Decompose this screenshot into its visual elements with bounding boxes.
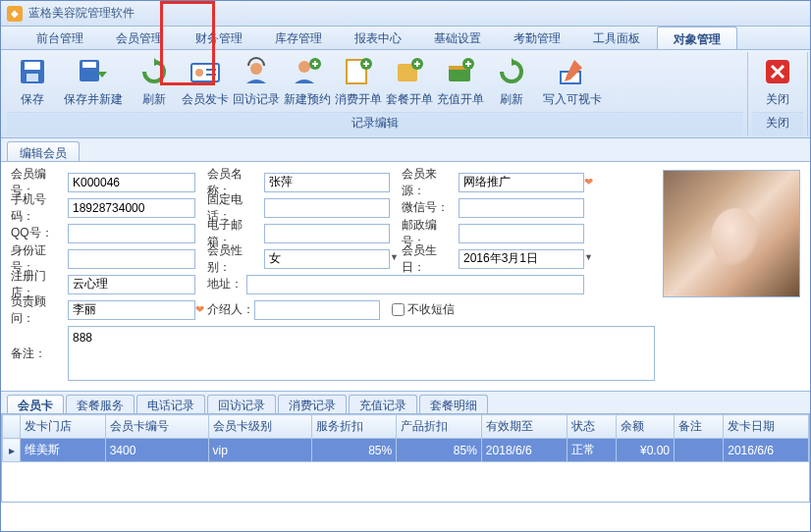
consume-order-button[interactable]: 消费开单 [333, 54, 384, 110]
col-store[interactable]: 发卡门店 [21, 415, 106, 439]
cell-store: 维美斯 [21, 439, 106, 462]
cell-svc-disc: 85% [311, 439, 397, 462]
issue-card-button[interactable]: 会员发卡 [180, 54, 231, 110]
chevron-down-icon: ▼ [390, 252, 399, 262]
tab-consume-log[interactable]: 消费记录 [278, 395, 347, 413]
col-card-no[interactable]: 会员卡编号 [105, 415, 208, 439]
refresh-button[interactable]: 刷新 [129, 54, 180, 110]
label-remark: 备注： [11, 326, 68, 362]
disk-arrow-icon [78, 56, 109, 87]
reg-store-field[interactable] [68, 275, 195, 294]
address-field[interactable] [246, 275, 584, 294]
grid-wrap: 发卡门店 会员卡编号 会员卡级别 服务折扣 产品折扣 有效期至 状态 余额 备注… [1, 414, 810, 503]
cell-issue-date: 2016/6/6 [724, 439, 809, 462]
menu-members[interactable]: 会员管理 [100, 27, 180, 49]
tab-visit-log[interactable]: 回访记录 [207, 395, 276, 413]
member-name-field[interactable] [264, 173, 390, 192]
col-balance[interactable]: 余额 [616, 415, 674, 439]
email-field[interactable] [264, 224, 390, 243]
headset-icon [241, 56, 272, 87]
visit-log-button[interactable]: 回访记录 [231, 54, 282, 110]
row-indicator: ▸ [3, 439, 21, 462]
idcard-field[interactable] [68, 249, 195, 269]
label-qq: QQ号： [11, 225, 68, 241]
menu-settings[interactable]: 基础设置 [418, 27, 498, 49]
form-area: 会员编号： 会员名称： 会员来源： ❤ 手机号码： 固定电话： 微信号： QQ号… [1, 162, 810, 385]
label-wechat: 微信号： [402, 199, 459, 216]
menu-inventory[interactable]: 库存管理 [259, 27, 339, 49]
app-title: 蓝格美容院管理软件 [28, 5, 135, 22]
wechat-field[interactable] [459, 198, 584, 218]
menu-attendance[interactable]: 考勤管理 [498, 27, 577, 49]
member-no-field[interactable] [68, 173, 195, 192]
label-gender: 会员性别： [207, 242, 264, 276]
package-order-button[interactable]: 套餐开单 [384, 54, 435, 110]
no-sms-checkbox[interactable]: 不收短信 [392, 301, 455, 318]
col-issue-date[interactable]: 发卡日期 [724, 415, 809, 439]
mobile-field[interactable] [68, 198, 195, 218]
close-button[interactable]: 关闭 [752, 54, 803, 110]
person-plus-icon [292, 56, 323, 87]
source-field[interactable] [459, 173, 584, 192]
cell-level: vip [208, 439, 311, 462]
label-address: 地址： [207, 276, 246, 293]
cell-card-no: 3400 [105, 439, 208, 462]
menu-reports[interactable]: 报表中心 [339, 27, 418, 49]
tab-member-card[interactable]: 会员卡 [7, 395, 64, 413]
close-icon [762, 56, 793, 87]
cell-status: 正常 [567, 439, 616, 462]
phone-field[interactable] [264, 198, 390, 218]
write-card-button[interactable]: 写入可视卡 [537, 54, 608, 110]
ribbon-group-caption: 记录编辑 [7, 112, 743, 135]
svg-point-9 [250, 63, 262, 75]
referrer-field[interactable] [254, 300, 380, 320]
tab-package-service[interactable]: 套餐服务 [66, 395, 135, 413]
recharge-order-button[interactable]: 充值开单 [435, 54, 486, 110]
subtab-edit-member[interactable]: 编辑会员 [7, 141, 80, 161]
table-row[interactable]: ▸ 维美斯 3400 vip 85% 85% 2018/6/6 正常 ¥0.00… [3, 439, 809, 462]
cell-remark [675, 439, 724, 462]
post-field[interactable] [459, 224, 584, 243]
chevron-down-icon: ▼ [584, 252, 593, 262]
col-status[interactable]: 状态 [567, 415, 616, 439]
qq-field[interactable] [68, 224, 195, 243]
birthday-field[interactable] [459, 249, 584, 269]
tab-recharge-log[interactable]: 充值记录 [349, 395, 417, 413]
app-icon: ◆ [7, 6, 23, 22]
new-appointment-button[interactable]: 新建预约 [282, 54, 333, 110]
card-grid: 发卡门店 会员卡编号 会员卡级别 服务折扣 产品折扣 有效期至 状态 余额 备注… [2, 414, 809, 462]
tab-call-log[interactable]: 电话记录 [136, 395, 205, 413]
svg-point-10 [298, 61, 310, 73]
col-level[interactable]: 会员卡级别 [208, 415, 311, 439]
col-remark[interactable]: 备注 [675, 415, 724, 439]
title-bar: ◆ 蓝格美容院管理软件 [1, 1, 810, 27]
col-svc-disc[interactable]: 服务折扣 [311, 415, 397, 439]
remark-field[interactable] [68, 326, 655, 381]
menu-objects[interactable]: 对象管理 [657, 27, 737, 49]
menu-finance[interactable]: 财务管理 [180, 27, 259, 49]
ribbon-group-caption-close: 关闭 [752, 112, 803, 135]
refresh-icon [496, 56, 527, 87]
consultant-field[interactable] [68, 300, 195, 320]
col-expire[interactable]: 有效期至 [481, 415, 567, 439]
label-birthday: 会员生日： [402, 242, 459, 276]
cell-expire: 2018/6/6 [481, 439, 567, 462]
svg-rect-2 [27, 74, 38, 81]
col-prod-disc[interactable]: 产品折扣 [397, 415, 482, 439]
label-referrer: 介绍人： [207, 301, 254, 318]
svg-rect-8 [206, 74, 216, 76]
gender-field[interactable] [264, 249, 390, 269]
save-new-button[interactable]: 保存并新建 [58, 54, 129, 110]
menu-front[interactable]: 前台管理 [21, 27, 100, 49]
menu-tools[interactable]: 工具面板 [577, 27, 657, 49]
id-card-icon [189, 56, 221, 87]
save-button[interactable]: 保存 [7, 54, 58, 110]
avatar [663, 170, 800, 297]
cell-prod-disc: 85% [397, 439, 482, 462]
refresh-button-2[interactable]: 刷新 [486, 54, 537, 110]
svg-point-6 [195, 69, 203, 77]
pencil-card-icon [557, 56, 588, 87]
tab-package-detail[interactable]: 套餐明细 [419, 395, 488, 413]
heart-icon: ❤ [195, 303, 204, 316]
svg-rect-4 [82, 62, 96, 68]
